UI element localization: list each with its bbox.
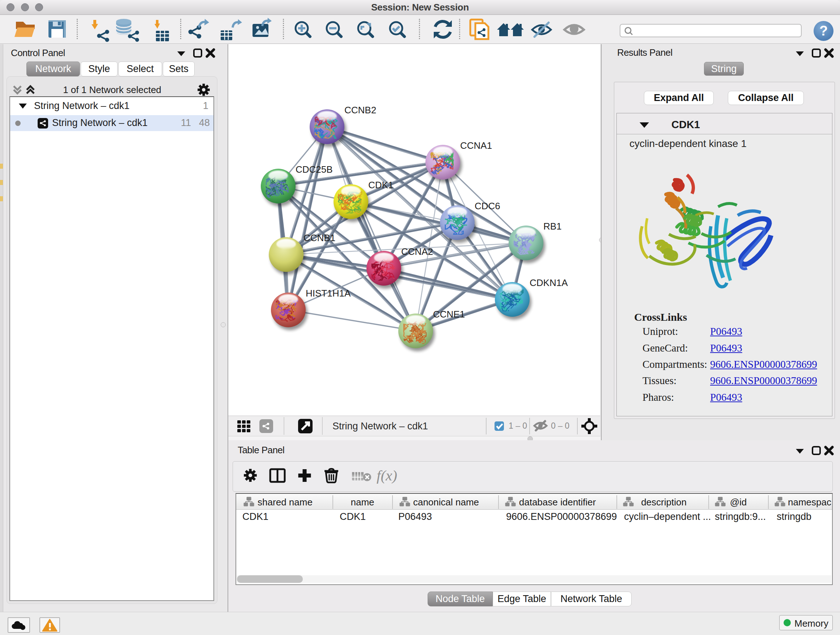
svg-text:canonical name: canonical name: [413, 497, 479, 508]
svg-text:name: name: [351, 497, 374, 508]
svg-text:CCNA2: CCNA2: [401, 246, 433, 257]
svg-text:CDC25B: CDC25B: [295, 164, 333, 175]
svg-text:String Network – cdk1: String Network – cdk1: [332, 421, 428, 432]
svg-text:RB1: RB1: [543, 221, 562, 232]
svg-text:CDK1: CDK1: [368, 180, 393, 190]
svg-text:CCNE1: CCNE1: [433, 309, 465, 320]
svg-text:CCNB2: CCNB2: [344, 105, 376, 116]
svg-text:shared name: shared name: [257, 497, 313, 508]
svg-text:@id: @id: [730, 497, 747, 508]
svg-text:CCNA1: CCNA1: [460, 140, 492, 151]
svg-text:CCNB1: CCNB1: [303, 233, 335, 243]
svg-text:HIST1H1A: HIST1H1A: [306, 288, 351, 299]
svg-text:1 – 0: 1 – 0: [508, 421, 527, 431]
svg-text:database identifier: database identifier: [519, 497, 596, 508]
svg-text:CDKN1A: CDKN1A: [530, 277, 568, 288]
svg-text:0 – 0: 0 – 0: [551, 421, 569, 431]
svg-text:namespac: namespac: [788, 497, 831, 508]
svg-text:description: description: [641, 497, 687, 508]
svg-text:CDC6: CDC6: [475, 201, 500, 211]
svg-text:f(x): f(x): [377, 467, 397, 484]
